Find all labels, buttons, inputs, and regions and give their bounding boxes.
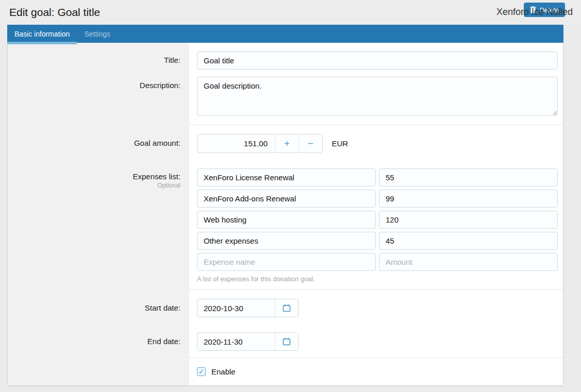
expenses-label: Expenses list: Optional bbox=[8, 161, 189, 289]
goal-amount-control: + − bbox=[197, 134, 323, 153]
end-date-picker-button[interactable] bbox=[275, 333, 298, 350]
enable-label-spacer bbox=[8, 358, 189, 385]
end-date-control bbox=[197, 332, 298, 351]
goal-amount-label: Goal amount: bbox=[8, 125, 189, 161]
expense-name-input[interactable] bbox=[197, 168, 376, 186]
tab-bar: Basic information Settings bbox=[7, 25, 563, 43]
tab-basic-information-label: Basic information bbox=[14, 30, 70, 38]
expense-amount-input[interactable] bbox=[379, 168, 558, 186]
decrement-button[interactable]: − bbox=[298, 134, 322, 152]
title-input[interactable] bbox=[197, 52, 558, 70]
expense-row bbox=[197, 211, 558, 229]
tab-settings[interactable]: Settings bbox=[77, 25, 118, 43]
expense-amount-input[interactable] bbox=[379, 190, 558, 208]
tab-settings-label: Settings bbox=[84, 30, 110, 38]
page-header: Edit goal: Goal title Delete Xenforo Ice… bbox=[0, 0, 581, 25]
title-label: Title: bbox=[8, 43, 189, 77]
plus-icon: + bbox=[284, 138, 290, 149]
expense-amount-input[interactable] bbox=[379, 253, 558, 271]
page-title: Edit goal: Goal title bbox=[9, 6, 100, 19]
start-date-label: Start date: bbox=[8, 289, 189, 325]
enable-checkbox[interactable]: ✓ bbox=[197, 367, 206, 376]
minus-icon: − bbox=[308, 138, 313, 149]
end-date-label: End date: bbox=[8, 325, 189, 357]
tab-basic-information[interactable]: Basic information bbox=[7, 25, 77, 43]
active-tab-underline bbox=[7, 42, 77, 44]
calendar-icon bbox=[283, 304, 291, 312]
trash-icon bbox=[530, 6, 536, 13]
delete-button[interactable]: Delete bbox=[524, 3, 565, 17]
expense-amount-input[interactable] bbox=[379, 232, 558, 250]
start-date-control bbox=[197, 299, 298, 317]
end-date-input[interactable] bbox=[197, 333, 275, 350]
description-textarea[interactable]: Goal description. bbox=[197, 77, 558, 116]
currency-label: EUR bbox=[331, 139, 348, 148]
expense-row bbox=[197, 232, 558, 250]
expense-row bbox=[197, 190, 558, 208]
start-date-picker-button[interactable] bbox=[275, 299, 298, 317]
edit-goal-form-panel: Title: Description: Goal description. Go… bbox=[7, 43, 563, 386]
start-date-input[interactable] bbox=[197, 299, 275, 317]
enable-checkbox-label: Enable bbox=[211, 367, 236, 376]
increment-button[interactable]: + bbox=[275, 134, 298, 152]
expense-row-empty bbox=[197, 253, 558, 271]
expense-row bbox=[197, 168, 558, 186]
form-grid: Title: Description: Goal description. Go… bbox=[8, 43, 563, 385]
delete-button-label: Delete bbox=[539, 6, 559, 14]
expense-name-input[interactable] bbox=[197, 253, 376, 271]
expenses-helper-text: A list of expenses for this donation goa… bbox=[197, 275, 558, 283]
expense-name-input[interactable] bbox=[197, 232, 376, 250]
optional-hint: Optional bbox=[8, 182, 180, 189]
expense-amount-input[interactable] bbox=[379, 211, 558, 229]
goal-amount-input[interactable] bbox=[197, 134, 275, 152]
check-icon: ✓ bbox=[198, 368, 204, 376]
description-label: Description: bbox=[8, 77, 189, 125]
expense-name-input[interactable] bbox=[197, 190, 376, 208]
expense-name-input[interactable] bbox=[197, 211, 376, 229]
calendar-icon bbox=[283, 337, 291, 346]
